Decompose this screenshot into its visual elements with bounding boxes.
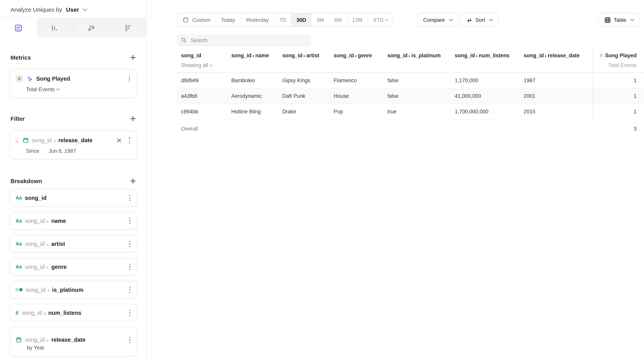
tab-funnels[interactable] bbox=[36, 18, 73, 38]
showing-all-dropdown[interactable]: Showing all bbox=[177, 61, 228, 70]
breakdown-subproperty: name bbox=[51, 218, 66, 224]
breakdown-options-kebab-icon[interactable] bbox=[128, 217, 132, 225]
column-header-metric[interactable]: ASong Played Total Events bbox=[592, 51, 644, 70]
metrics-title: Metrics bbox=[10, 54, 31, 61]
breakdown-options-kebab-icon[interactable] bbox=[128, 263, 132, 271]
breakdown-modifier[interactable]: by Year bbox=[27, 345, 132, 351]
cell-song-id: a43fb8 bbox=[177, 93, 228, 99]
breakdown-item[interactable]: song_id release_date by Year bbox=[10, 327, 137, 357]
column-header-artist[interactable]: song_idartist bbox=[278, 51, 330, 70]
overall-metric-value: 3 bbox=[592, 120, 644, 138]
breakdown-item[interactable]: Aa song_id name bbox=[10, 212, 137, 230]
event-icon bbox=[26, 75, 33, 82]
breakdown-item[interactable]: song_id is_platinum bbox=[10, 281, 137, 299]
breakdown-item[interactable]: Aa song_id bbox=[10, 189, 137, 207]
tab-retention[interactable] bbox=[110, 18, 146, 38]
breakdown-options-kebab-icon[interactable] bbox=[128, 240, 132, 248]
range-label: Custom bbox=[192, 17, 210, 23]
range-12m[interactable]: 12M bbox=[347, 13, 368, 27]
entity-selector[interactable]: User bbox=[66, 6, 79, 14]
breakdown-property: song_id bbox=[22, 310, 42, 316]
range-label: 12M bbox=[352, 17, 362, 23]
breakdown-section-heading: Breakdown bbox=[10, 177, 137, 185]
add-breakdown-button[interactable] bbox=[128, 177, 137, 185]
add-filter-button[interactable] bbox=[128, 114, 137, 123]
range-yesterday[interactable]: Yesterday bbox=[240, 13, 274, 27]
breakdown-subproperty: num_listens bbox=[48, 310, 81, 316]
tab-insights[interactable] bbox=[0, 18, 36, 38]
metric-card[interactable]: A Song Played Total Events bbox=[10, 69, 137, 98]
boolean-type-icon bbox=[16, 288, 22, 292]
calendar-icon bbox=[182, 17, 189, 23]
text-type-icon: Aa bbox=[16, 218, 22, 224]
column-header-is-platinum[interactable]: song_idis_platinum bbox=[384, 51, 451, 70]
metric-letter: A bbox=[600, 53, 603, 59]
breakdown-item[interactable]: # song_id num_listens bbox=[10, 304, 137, 322]
sort-button[interactable]: Sort bbox=[460, 13, 498, 27]
range-30d[interactable]: 30D bbox=[292, 13, 312, 27]
column-header-name[interactable]: song_idname bbox=[228, 51, 278, 70]
calendar-icon bbox=[22, 137, 29, 144]
results-panel: Custom Today Yesterday 7D 30D 3M 6M 12M … bbox=[147, 0, 644, 360]
range-7d[interactable]: 7D bbox=[274, 13, 292, 27]
compare-button[interactable]: Compare bbox=[417, 13, 458, 27]
tab-flows[interactable] bbox=[73, 18, 110, 38]
add-metric-button[interactable] bbox=[128, 53, 137, 62]
breakdown-options-kebab-icon[interactable] bbox=[128, 194, 132, 202]
filter-operator[interactable]: Since bbox=[26, 148, 39, 154]
range-3m[interactable]: 3M bbox=[312, 13, 330, 27]
column-header-release-date[interactable]: song_idrelease_date bbox=[520, 51, 592, 70]
breakdown-property: song_id bbox=[25, 264, 45, 270]
range-label: 7D bbox=[279, 17, 286, 23]
property-arrow-icon bbox=[47, 220, 49, 223]
filter-value[interactable]: Jun 6, 1987 bbox=[49, 148, 76, 154]
column-header-num-listens[interactable]: song_idnum_listens bbox=[451, 51, 520, 70]
range-6m[interactable]: 6M bbox=[330, 13, 347, 27]
breakdown-item[interactable]: Aa song_id artist bbox=[10, 235, 137, 253]
metric-options-kebab-icon[interactable] bbox=[128, 74, 131, 83]
analysis-header: Analyze Uniques by User bbox=[0, 0, 146, 14]
breakdown-options-kebab-icon[interactable] bbox=[128, 286, 132, 294]
analysis-label: Analyze Uniques by bbox=[10, 6, 62, 14]
filter-section-heading: Filter bbox=[10, 114, 137, 123]
chevron-down-icon bbox=[630, 17, 634, 21]
breakdown-item[interactable]: Aa song_id genre bbox=[10, 258, 137, 276]
drag-handle-icon[interactable] bbox=[16, 139, 19, 142]
table-grid-icon bbox=[604, 17, 611, 23]
view-type-button[interactable]: Table bbox=[598, 13, 640, 27]
cell-song-id: c994bb bbox=[177, 109, 228, 115]
breakdown-title: Breakdown bbox=[10, 178, 42, 184]
sort-arrows-icon bbox=[466, 17, 473, 23]
sort-label: Sort bbox=[476, 17, 485, 23]
column-header-genre[interactable]: song_idgenre bbox=[330, 51, 384, 70]
metric-aggregation[interactable]: Total Events bbox=[26, 87, 131, 92]
filter-options-kebab-icon[interactable] bbox=[128, 136, 131, 145]
metric-event-name: Song Played bbox=[36, 76, 70, 82]
filter-card[interactable]: song_id release_date Since Jun 6, 1987 bbox=[10, 131, 137, 159]
breakdown-options-kebab-icon[interactable] bbox=[128, 308, 132, 317]
metric-aggregation-label: Total Events bbox=[26, 87, 55, 92]
column-header-song-id[interactable]: song_id bbox=[177, 51, 228, 61]
search-input[interactable] bbox=[190, 37, 307, 44]
calendar-icon bbox=[16, 337, 22, 343]
range-label: 3M bbox=[316, 17, 324, 23]
property-arrow-icon bbox=[545, 55, 547, 57]
cell-release-date: 2001 bbox=[520, 93, 592, 99]
range-custom[interactable]: Custom bbox=[178, 13, 216, 27]
breakdown-options-kebab-icon[interactable] bbox=[128, 335, 132, 344]
filter-title: Filter bbox=[10, 115, 25, 122]
view-type-label: Table bbox=[614, 17, 626, 23]
range-xtd[interactable]: XTD bbox=[368, 13, 393, 27]
range-today[interactable]: Today bbox=[216, 13, 240, 27]
remove-filter-icon[interactable] bbox=[116, 138, 121, 143]
chevron-down-icon bbox=[489, 17, 493, 21]
metric-letter-badge: A bbox=[16, 75, 23, 82]
cell-genre: House bbox=[330, 93, 384, 99]
table-row: c994bb Hotline Bling Drake Pop true 1,70… bbox=[177, 104, 644, 120]
chevron-down-icon bbox=[209, 63, 213, 66]
text-type-icon: Aa bbox=[16, 241, 22, 247]
cell-artist: Daft Punk bbox=[278, 93, 330, 99]
breakdown-subproperty: is_platinum bbox=[52, 287, 83, 293]
metric-aggregation-label: Total Events bbox=[597, 61, 636, 70]
number-type-icon: # bbox=[16, 309, 19, 316]
